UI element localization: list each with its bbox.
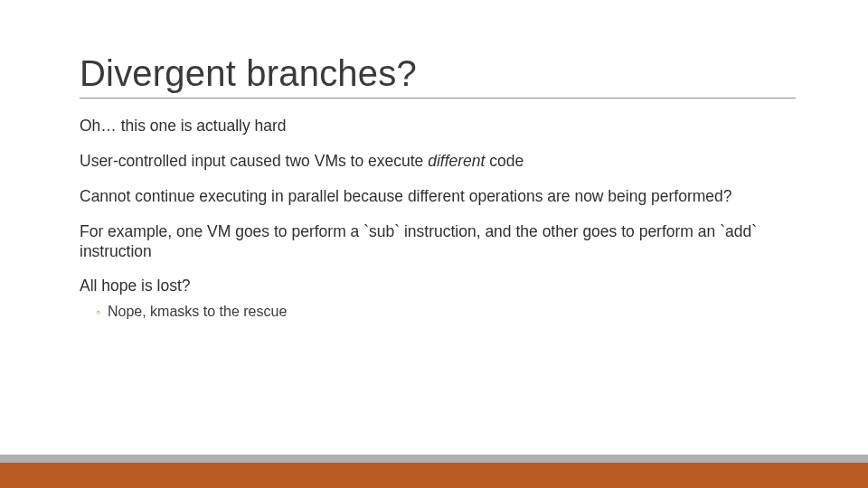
paragraph-4: For example, one VM goes to perform a `s… bbox=[80, 222, 796, 262]
sub-bullet-1: ◦ Nope, kmasks to the rescue bbox=[80, 304, 796, 322]
paragraph-2-post: code bbox=[485, 152, 524, 170]
bullet-icon: ◦ bbox=[96, 304, 100, 322]
slide: Divergent branches? Oh… this one is actu… bbox=[0, 0, 868, 488]
paragraph-5: All hope is lost? bbox=[80, 277, 796, 296]
paragraph-2-emph: different bbox=[428, 152, 485, 170]
footer-shadow bbox=[0, 455, 868, 463]
paragraph-2: User-controlled input caused two VMs to … bbox=[80, 152, 796, 172]
slide-body: Oh… this one is actually hard User-contr… bbox=[80, 117, 796, 322]
paragraph-3: Cannot continue executing in parallel be… bbox=[80, 187, 796, 207]
paragraph-2-pre: User-controlled input caused two VMs to … bbox=[80, 152, 428, 170]
footer-bar bbox=[0, 463, 868, 488]
slide-title: Divergent branches? bbox=[80, 54, 796, 99]
paragraph-1: Oh… this one is actually hard bbox=[80, 117, 796, 136]
sub-bullet-1-text: Nope, kmasks to the rescue bbox=[108, 304, 287, 320]
